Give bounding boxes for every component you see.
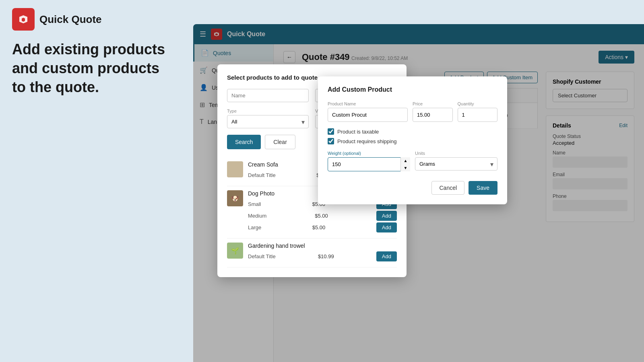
cancel-button[interactable]: Cancel (431, 181, 464, 195)
custom-quantity-input[interactable] (458, 108, 498, 122)
brand-title: Quick Quote (39, 13, 102, 26)
shipping-checkbox[interactable] (328, 138, 334, 144)
top-brand-area: Quick Quote (12, 8, 102, 31)
product-name-input[interactable] (227, 89, 309, 102)
type-select[interactable]: All (227, 115, 309, 128)
tagline: Add existing products and custom product… (12, 40, 165, 97)
custom-modal-title: Add Custom Product (328, 86, 497, 93)
clear-button[interactable]: Clear (265, 135, 295, 149)
variant-name: Medium (248, 213, 266, 219)
variant-price: $5.00 (315, 213, 328, 219)
units-select[interactable]: Grams Kilograms Pounds Ounces (415, 157, 497, 171)
variant-name: Default Title (248, 172, 276, 178)
weight-label: Weight (optional) (328, 151, 410, 156)
weight-input-wrapper: ▲ ▼ (328, 157, 410, 171)
units-select-wrapper: Grams Kilograms Pounds Ounces (415, 157, 497, 171)
weight-input[interactable] (328, 157, 410, 171)
type-label: Type (227, 109, 309, 113)
product-info: Gardening hand trowel Default Title $10.… (248, 243, 397, 263)
app-window: ☰ Quick Quote 📄 Quotes 🛒 Quotable Items … (193, 24, 644, 362)
custom-quantity-field: Quantity (458, 101, 498, 122)
product-variant-row: Default Title $10.99 Add (248, 251, 397, 261)
weight-field-wrapper: Weight (optional) ▲ ▼ (328, 151, 410, 171)
add-variant-button[interactable]: Add (376, 211, 397, 221)
product-thumbnail: 🐶 (227, 190, 243, 206)
product-thumbnail: 🌱 (227, 243, 243, 259)
custom-price-input[interactable] (413, 108, 453, 122)
tagline-line1: Add existing products (12, 40, 165, 59)
shipping-row: Product requires shipping (328, 138, 497, 144)
weight-increment-button[interactable]: ▲ (401, 157, 410, 165)
add-variant-button[interactable]: Add (376, 251, 397, 261)
list-item: 🌱 Gardening hand trowel Default Title $1… (227, 239, 397, 267)
weight-row: Weight (optional) ▲ ▼ Units Grams Kilogr… (328, 151, 497, 171)
custom-product-modal: Add Custom Product Product Name Price Qu… (318, 76, 507, 204)
name-field-wrapper (227, 89, 309, 102)
weight-stepper: ▲ ▼ (400, 157, 410, 171)
units-field-wrapper: Units Grams Kilograms Pounds Ounces (415, 151, 497, 171)
taxable-row: Product is taxable (328, 128, 497, 135)
variant-price: $5.00 (312, 224, 326, 230)
search-button[interactable]: Search (227, 135, 261, 149)
add-variant-button[interactable]: Add (376, 222, 397, 232)
units-label: Units (415, 151, 497, 156)
custom-name-field: Product Name (328, 101, 408, 122)
taxable-label: Product is taxable (337, 129, 379, 135)
taxable-checkbox[interactable] (328, 128, 334, 135)
product-variant-row: Medium $5.00 Add (248, 211, 397, 221)
brand-logo (12, 8, 35, 31)
type-field-wrapper: Type All (227, 109, 309, 128)
custom-modal-footer: Cancel Save (328, 181, 497, 195)
variant-price: $10.99 (318, 253, 334, 259)
custom-quantity-label: Quantity (458, 101, 498, 106)
product-variant-row: Large $5.00 Add (248, 222, 397, 232)
shipping-label: Product requires shipping (337, 138, 396, 144)
variant-name: Large (248, 224, 261, 230)
variant-name: Small (248, 201, 261, 207)
custom-price-label: Price (413, 101, 453, 106)
save-button[interactable]: Save (469, 181, 497, 195)
custom-name-label: Product Name (328, 101, 408, 106)
custom-price-field: Price (413, 101, 453, 122)
tagline-line2: and custom products (12, 59, 165, 78)
type-select-wrapper: All (227, 115, 309, 128)
tagline-line3: to the quote. (12, 78, 165, 97)
product-item-name: Gardening hand trowel (248, 243, 397, 249)
custom-product-name-input[interactable] (328, 108, 408, 122)
custom-form-row-1: Product Name Price Quantity (328, 101, 497, 122)
weight-decrement-button[interactable]: ▼ (401, 165, 410, 172)
variant-name: Default Title (248, 253, 276, 259)
product-thumbnail (227, 161, 243, 177)
